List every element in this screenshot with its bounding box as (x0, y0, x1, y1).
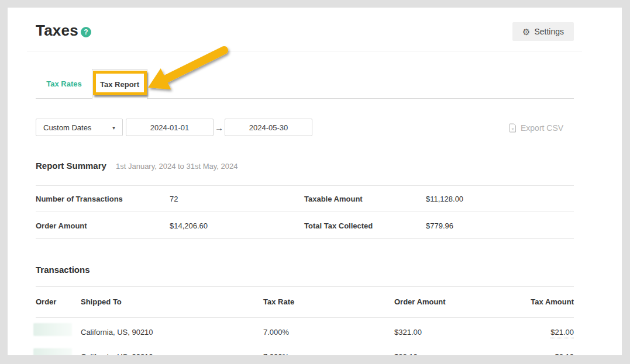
summary-divider (36, 238, 574, 239)
cell-tax-rate: 7.000% (263, 352, 289, 355)
date-range-arrow-icon: → (214, 119, 225, 136)
transactions-divider (36, 286, 574, 287)
settings-button[interactable]: ⚙ Settings (512, 22, 574, 41)
tab-tax-rates-label: Tax Rates (46, 79, 81, 88)
transactions-heading: Transactions (36, 265, 90, 275)
column-header-tax-amount: Tax Amount (457, 297, 574, 306)
help-icon[interactable]: ? (81, 27, 91, 37)
table-header-divider (36, 317, 574, 318)
page-title: Taxes (36, 22, 78, 40)
export-csv-button[interactable]: x Export CSV (509, 122, 563, 134)
stat-label: Order Amount (36, 221, 87, 230)
csv-file-icon: x (509, 123, 517, 133)
export-csv-label: Export CSV (521, 123, 563, 133)
tab-tax-report-label: Tax Report (100, 80, 139, 89)
date-range-select-value: Custom Dates (43, 123, 91, 132)
cell-order-amount: $32.10 (394, 352, 418, 355)
column-header-shipped-to: Shipped To (81, 297, 122, 306)
stat-label: Number of Transactions (36, 195, 123, 203)
gear-icon: ⚙ (522, 27, 530, 36)
cell-tax-amount: $21.00 (457, 328, 574, 337)
column-header-order-amount: Order Amount (394, 297, 446, 306)
column-header-tax-rate: Tax Rate (263, 297, 294, 306)
chevron-down-icon: ▾ (112, 124, 115, 131)
column-header-order: Order (36, 297, 56, 306)
start-date-input[interactable] (126, 119, 214, 136)
tab-tax-report[interactable]: Tax Report (92, 69, 147, 99)
stat-value: 72 (170, 195, 178, 203)
help-icon-glyph: ? (84, 28, 88, 36)
cell-shipped-to: California, US, 90210 (81, 352, 153, 355)
taxes-page: Taxes ? ⚙ Settings Tax Rates Tax Report … (8, 8, 622, 355)
stat-value: $11,128.00 (426, 195, 463, 203)
cell-tax-amount: $2.10 (457, 352, 574, 355)
stat-value: $779.96 (426, 221, 453, 230)
header-divider (27, 51, 582, 51)
tax-amount-link[interactable]: $21.00 (550, 328, 574, 338)
cell-order-amount: $321.00 (394, 328, 422, 337)
date-range-select[interactable]: Custom Dates ▾ (36, 119, 123, 136)
report-summary-daterange: 1st January, 2024 to 31st May, 2024 (116, 162, 237, 171)
stat-value: $14,206.60 (170, 221, 208, 230)
end-date-input[interactable] (225, 119, 312, 136)
annotation-arrow-icon (139, 41, 242, 99)
stat-label: Taxable Amount (304, 195, 363, 203)
order-id-redacted[interactable] (33, 348, 72, 355)
settings-button-label: Settings (534, 27, 564, 36)
cell-shipped-to: California, US, 90210 (81, 328, 153, 337)
tab-tax-rates[interactable]: Tax Rates (36, 69, 92, 99)
summary-divider (36, 185, 574, 186)
svg-text:x: x (512, 126, 514, 131)
cell-tax-rate: 7.000% (263, 328, 289, 337)
report-summary-heading: Report Summary (36, 161, 106, 171)
stat-label: Total Tax Collected (304, 221, 373, 230)
tax-amount-link[interactable]: $2.10 (555, 352, 574, 355)
taxes-screen: { "header": { "title": "Taxes", "setting… (0, 0, 630, 364)
order-id-redacted[interactable] (33, 323, 72, 336)
summary-divider (36, 212, 574, 212)
